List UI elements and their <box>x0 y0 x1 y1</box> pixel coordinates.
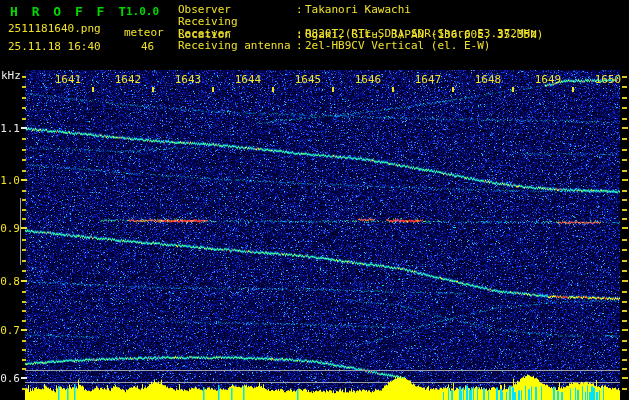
info-row-antenna: Receiving antenna:2el-HB9CV Vertical (el… <box>178 39 490 52</box>
info-value: 2el-HB9CV Vertical (el. E-W) <box>305 39 490 52</box>
freq-minor-tick-right <box>622 118 627 120</box>
freq-minor-tick <box>22 159 26 161</box>
time-tick <box>572 87 574 92</box>
freq-minor-tick-right <box>622 107 627 109</box>
freq-minor-tick-right <box>622 340 627 342</box>
freq-minor-tick <box>22 76 26 78</box>
freq-minor-tick <box>22 249 26 251</box>
freq-major-tick <box>21 329 27 331</box>
freq-label-0.9: 0.9 <box>0 223 20 234</box>
freq-minor-tick <box>22 359 26 361</box>
freq-minor-tick <box>22 270 26 272</box>
time-tick <box>452 87 454 92</box>
time-tick <box>392 87 394 92</box>
freq-minor-tick-right <box>622 260 627 262</box>
freq-major-tick-right <box>622 280 628 282</box>
freq-minor-tick <box>22 349 26 351</box>
freq-axis-unit: kHz <box>1 69 21 82</box>
freq-minor-tick-right <box>622 149 627 151</box>
level-indicator-bar <box>20 198 21 265</box>
freq-label-0.8: 0.8 <box>0 276 20 287</box>
freq-minor-tick <box>22 138 26 140</box>
freq-minor-tick-right <box>622 368 627 370</box>
freq-minor-tick-right <box>622 270 627 272</box>
time-tick <box>212 87 214 92</box>
info-separator: : <box>296 39 305 52</box>
freq-minor-tick <box>22 97 26 99</box>
freq-minor-tick-right <box>622 138 627 140</box>
freq-major-tick <box>21 280 27 282</box>
time-label-1648: 1648 <box>472 74 504 85</box>
spectrogram-canvas <box>0 0 629 400</box>
freq-minor-tick <box>22 118 26 120</box>
time-tick <box>512 87 514 92</box>
app-title: H R O F F T <box>10 4 129 19</box>
freq-minor-tick-right <box>622 320 627 322</box>
freq-major-tick <box>21 127 27 129</box>
freq-minor-tick-right <box>622 359 627 361</box>
freq-minor-tick-right <box>622 170 627 172</box>
time-label-1644: 1644 <box>232 74 264 85</box>
freq-minor-tick <box>22 170 26 172</box>
freq-minor-tick-right <box>622 86 627 88</box>
freq-minor-tick <box>22 239 26 241</box>
datetime-label: 25.11.18 16:40 <box>8 40 101 53</box>
freq-minor-tick-right <box>622 199 627 201</box>
freq-minor-tick-right <box>622 301 627 303</box>
freq-minor-tick <box>22 86 26 88</box>
freq-major-tick <box>21 179 27 181</box>
freq-label-0.7: 0.7 <box>0 325 20 336</box>
time-label-1642: 1642 <box>112 74 144 85</box>
freq-minor-tick-right <box>622 291 627 293</box>
freq-minor-tick-right <box>622 97 627 99</box>
freq-minor-tick-right <box>622 388 627 390</box>
freq-label-1.0: 1.0 <box>0 175 20 186</box>
freq-minor-tick <box>22 388 26 390</box>
freq-minor-tick <box>22 209 26 211</box>
freq-minor-tick-right <box>622 249 627 251</box>
freq-minor-tick-right <box>622 159 627 161</box>
time-tick <box>92 87 94 92</box>
time-tick <box>272 87 274 92</box>
freq-major-tick-right <box>622 227 628 229</box>
time-label-1645: 1645 <box>292 74 324 85</box>
freq-major-tick-right <box>622 127 628 129</box>
freq-minor-tick <box>22 368 26 370</box>
freq-minor-tick <box>22 291 26 293</box>
freq-minor-tick <box>22 320 26 322</box>
freq-minor-tick-right <box>622 239 627 241</box>
freq-major-tick <box>21 377 27 379</box>
freq-minor-tick <box>22 107 26 109</box>
freq-minor-tick-right <box>622 349 627 351</box>
time-tick <box>332 87 334 92</box>
freq-label-0.6: 0.6 <box>0 373 20 384</box>
freq-minor-tick <box>22 340 26 342</box>
freq-minor-tick <box>22 149 26 151</box>
freq-minor-tick <box>22 310 26 312</box>
output-filename: 2511181640.png <box>8 22 101 35</box>
time-label-1649: 1649 <box>532 74 564 85</box>
time-tick <box>152 87 154 92</box>
echo-count: 46 <box>141 40 154 53</box>
time-label-1643: 1643 <box>172 74 204 85</box>
freq-major-tick-right <box>622 329 628 331</box>
freq-major-tick-right <box>622 179 628 181</box>
info-label: Receiving antenna <box>178 39 296 52</box>
mode-label: meteor <box>124 26 164 39</box>
hrofft-window: H R O F F T 1.0.0 2511181640.png meteor … <box>0 0 629 400</box>
time-label-1650: 1650 <box>592 74 624 85</box>
freq-label-1.1: 1.1 <box>0 123 20 134</box>
freq-minor-tick-right <box>622 209 627 211</box>
freq-minor-tick <box>22 218 26 220</box>
freq-minor-tick-right <box>622 218 627 220</box>
freq-major-tick <box>21 227 27 229</box>
time-label-1647: 1647 <box>412 74 444 85</box>
freq-minor-tick <box>22 199 26 201</box>
freq-major-tick-right <box>622 377 628 379</box>
freq-minor-tick <box>22 260 26 262</box>
freq-minor-tick-right <box>622 190 627 192</box>
time-label-1646: 1646 <box>352 74 384 85</box>
app-version: 1.0.0 <box>126 5 159 18</box>
freq-minor-tick <box>22 301 26 303</box>
freq-minor-tick-right <box>622 310 627 312</box>
